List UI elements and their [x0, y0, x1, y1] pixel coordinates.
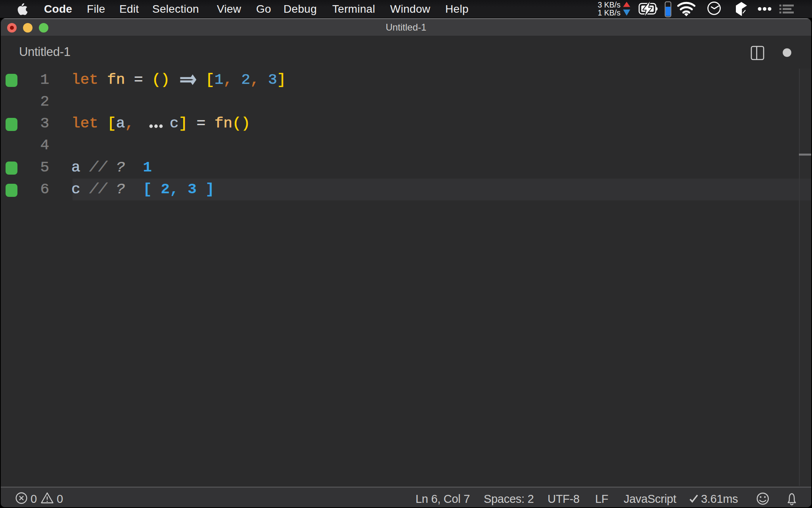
svg-text:1 KB/s: 1 KB/s: [598, 8, 621, 17]
